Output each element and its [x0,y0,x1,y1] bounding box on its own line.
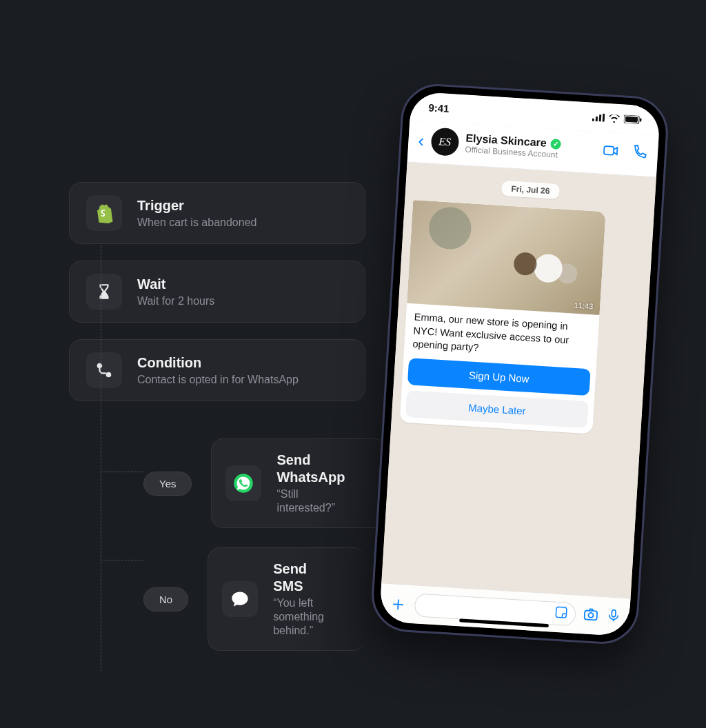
branch-icon [86,352,122,388]
svg-point-1 [107,373,110,376]
wifi-icon [609,112,621,125]
message-bubble: 11:43 Emma, our new store is opening in … [400,200,606,434]
mic-icon[interactable] [605,607,622,626]
connector-line [101,472,143,472]
branch-yes-label: Yes [143,472,192,496]
wait-card[interactable]: Wait Wait for 2 hours [69,261,365,323]
svg-rect-5 [599,114,602,121]
condition-card[interactable]: Condition Contact is opted in for WhatsA… [69,339,365,401]
trigger-card[interactable]: Trigger When cart is abandoned [69,182,365,244]
send-sms-title: Send SMS [273,560,324,595]
send-whatsapp-title: Send WhatsApp [276,452,345,486]
maybe-later-button[interactable]: Maybe Later [405,390,589,428]
connector-line [101,437,101,671]
svg-rect-14 [612,609,616,616]
svg-point-13 [588,612,593,617]
branch-no-label: No [143,587,188,611]
back-icon[interactable]: ‹ [418,130,425,151]
video-call-icon[interactable] [602,142,620,162]
avatar[interactable]: ES [430,128,459,156]
whatsapp-icon [225,465,261,501]
status-time: 9:41 [428,101,450,114]
signal-icon [592,111,605,123]
wait-title: Wait [137,276,214,293]
svg-rect-12 [585,610,598,620]
send-sms-card[interactable]: Send SMS “You left something behind.” [208,547,365,651]
camera-icon[interactable] [582,605,600,625]
voice-call-icon[interactable] [631,143,649,163]
verified-icon: ✓ [550,139,561,150]
sticker-icon[interactable] [554,605,568,622]
date-pill: Fri, Jul 26 [501,181,560,199]
battery-icon [623,113,642,126]
connector-line [101,245,101,438]
svg-rect-3 [592,118,594,121]
trigger-title: Trigger [137,197,256,214]
chat-body: Fri, Jul 26 11:43 Emma, our new store is… [381,162,656,598]
connector-line [101,560,143,560]
send-sms-subtitle: “You left something behind.” [273,596,324,638]
branch-no-row: No Send SMS “You left something behind.” [143,547,365,651]
svg-rect-6 [603,113,605,121]
svg-rect-8 [625,116,638,122]
send-whatsapp-subtitle: “Still interested?” [276,487,345,515]
hourglass-icon [86,274,122,310]
attach-icon[interactable]: ＋ [387,590,408,618]
trigger-subtitle: When cart is abandoned [137,216,256,230]
sms-icon [222,581,258,617]
message-image: 11:43 [407,200,606,315]
svg-rect-11 [556,607,567,618]
shopify-icon [86,195,122,231]
svg-rect-4 [596,117,598,121]
phone-mockup: 9:41 ‹ ES Elysia Skincare ✓ Official Bus… [370,82,670,646]
branch-yes-row: Yes Send WhatsApp “Still interested?” [143,438,365,528]
condition-title: Condition [137,354,299,372]
message-time: 11:43 [574,301,593,311]
svg-rect-10 [604,146,614,155]
condition-subtitle: Contact is opted in for WhatsApp [137,373,299,387]
send-whatsapp-card[interactable]: Send WhatsApp “Still interested?” [211,438,386,528]
svg-rect-9 [640,118,642,121]
workflow-column: Trigger When cart is abandoned Wait Wait… [69,182,365,670]
wait-subtitle: Wait for 2 hours [137,294,214,308]
